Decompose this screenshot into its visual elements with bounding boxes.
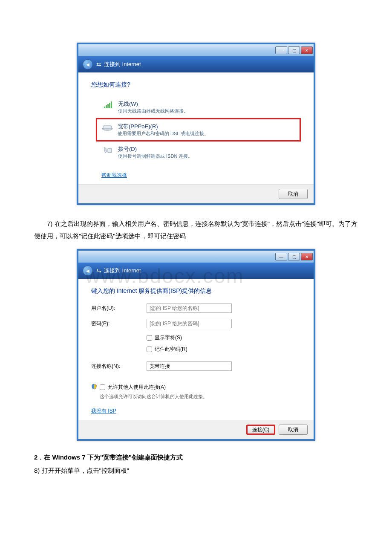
connect-dialog-2: — ▢ ✕ ◄ ⇆ 连接到 Internet 键入您的 Internet 服务提… (77, 249, 315, 441)
option-dialup[interactable]: 拨号(D) 使用拨号调制解调器或 ISDN 连接。 (97, 142, 301, 163)
connect-button[interactable]: 连接(C) (246, 425, 275, 435)
allow-row: 允许其他人使用此连接(A) 这个选项允许可以访问这台计算机的人使用此连接。 (91, 384, 301, 400)
dialog-footer: 取消 (78, 184, 314, 203)
wifi-icon (102, 100, 114, 110)
titlebar: — ▢ ✕ (78, 44, 314, 56)
header-title: 连接到 Internet (104, 267, 141, 275)
minimize-button[interactable]: — (275, 46, 287, 54)
option-pppoe[interactable]: 宽带(PPPoE)(R) 使用需要用户名和密码的 DSL 或电缆连接。 (96, 118, 301, 142)
question-text: 您想如何连接? (91, 81, 301, 89)
option-desc: 使用拨号调制解调器或 ISDN 连接。 (118, 153, 193, 159)
titlebar: — ▢ ✕ (78, 251, 314, 263)
help-link[interactable]: 帮助我选择 (101, 172, 127, 179)
option-desc: 使用需要用户名和密码的 DSL 或电缆连接。 (118, 130, 209, 137)
remember-label: 记住此密码(R) (155, 346, 187, 353)
section-2-title: 2．在 Windows 7 下为"宽带连接"创建桌面快捷方式 (34, 454, 358, 462)
option-desc: 使用无线路由器或无线网络连接。 (118, 108, 188, 114)
maximize-button[interactable]: ▢ (288, 253, 300, 260)
connect-dialog-1: — ▢ ✕ ◄ ⇆ 连接到 Internet 您想如何连接? 无线(W) 使用无… (77, 43, 315, 205)
password-label: 密码(P): (91, 320, 147, 327)
dialog-body: 您想如何连接? 无线(W) 使用无线路由器或无线网络连接。 宽带(PPPoE)(… (78, 72, 314, 184)
show-chars-label: 显示字符(S) (155, 334, 182, 341)
cancel-button[interactable]: 取消 (279, 425, 308, 435)
network-icon: ⇆ (96, 61, 101, 68)
username-input[interactable] (147, 304, 232, 313)
svg-rect-1 (103, 126, 112, 129)
cancel-button[interactable]: 取消 (279, 189, 308, 199)
dialog-header: ◄ ⇆ 连接到 Internet (78, 56, 314, 72)
close-button[interactable]: ✕ (301, 46, 313, 54)
show-chars-row: 显示字符(S) (91, 334, 301, 344)
password-row: 密码(P): (91, 319, 301, 328)
modem-icon (101, 123, 113, 132)
dialog-header: ◄ ⇆ 连接到 Internet (78, 263, 314, 279)
close-button[interactable]: ✕ (301, 253, 313, 260)
connname-input[interactable] (147, 361, 232, 371)
network-icon: ⇆ (96, 267, 101, 274)
password-input[interactable] (147, 319, 232, 328)
dialog-body: 键入您的 Internet 服务提供商(ISP)提供的信息 用户名(U): 密码… (78, 279, 314, 420)
username-label: 用户名(U): (91, 305, 147, 312)
remember-checkbox[interactable] (147, 347, 152, 352)
phone-icon (102, 145, 114, 155)
allow-checkbox[interactable] (100, 384, 105, 390)
maximize-button[interactable]: ▢ (288, 46, 300, 54)
no-isp-link[interactable]: 我没有 ISP (91, 408, 116, 415)
remember-row: 记住此密码(R) (91, 346, 301, 356)
option-wireless[interactable]: 无线(W) 使用无线路由器或无线网络连接。 (97, 96, 301, 118)
show-chars-checkbox[interactable] (147, 335, 152, 341)
back-icon[interactable]: ◄ (83, 266, 93, 276)
shield-icon (91, 384, 97, 391)
connname-row: 连接名称(N): (91, 361, 301, 371)
allow-label: 允许其他人使用此连接(A) (108, 384, 166, 391)
back-icon[interactable]: ◄ (83, 59, 93, 69)
connname-label: 连接名称(N): (91, 363, 147, 370)
form-heading: 键入您的 Internet 服务提供商(ISP)提供的信息 (91, 287, 301, 295)
option-title: 无线(W) (118, 100, 188, 108)
username-row: 用户名(U): (91, 304, 301, 313)
minimize-button[interactable]: — (275, 253, 287, 260)
option-title: 拨号(D) (118, 145, 193, 153)
option-title: 宽带(PPPoE)(R) (118, 123, 209, 130)
allow-desc: 这个选项允许可以访问这台计算机的人使用此连接。 (100, 393, 208, 400)
dialog-footer: 连接(C) 取消 (78, 420, 314, 439)
header-title: 连接到 Internet (104, 61, 141, 68)
svg-rect-2 (108, 148, 112, 153)
step-8-text: 8) 打开开始菜单，点击"控制面板" (34, 467, 358, 475)
step-7-text: 7) 在之后出现的界面，输入相关用户名、密码信息，连接名称默认为"宽带连接"，然… (34, 218, 358, 242)
